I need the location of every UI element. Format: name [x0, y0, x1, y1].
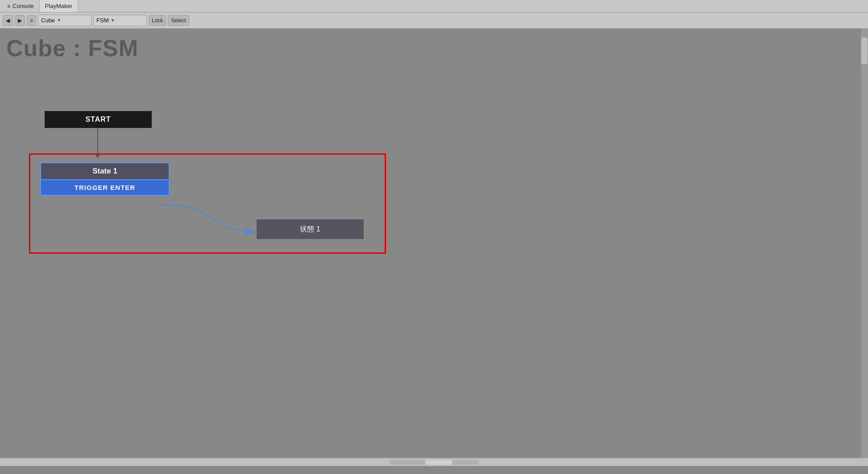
scrollbar-right[interactable]	[861, 29, 868, 466]
fsm-dropdown-arrow: ▼	[110, 18, 115, 23]
bottom-bar	[0, 458, 868, 466]
lock-button[interactable]: Lock	[149, 15, 166, 26]
tab-playmaker[interactable]: PlayMaker	[40, 0, 78, 12]
object-dropdown-label: Cube	[41, 17, 55, 24]
toolbar: ◀ ▶ ≡ Cube ▼ FSM ▼ Lock Select	[0, 12, 868, 29]
console-icon: ≡	[7, 3, 10, 9]
bottom-scrollbar-thumb[interactable]	[425, 460, 452, 465]
fsm-title: Cube : FSM	[6, 35, 138, 62]
back-button[interactable]: ◀	[3, 15, 13, 26]
forward-button[interactable]: ▶	[15, 15, 25, 26]
fsm-dropdown[interactable]: FSM ▼	[93, 15, 147, 26]
state1-transition-label: TRIGGER ENTER	[75, 184, 135, 191]
state1-header: State 1	[40, 162, 170, 180]
tab-bar: ≡ Console PlayMaker	[0, 0, 868, 12]
fsm-dropdown-label: FSM	[96, 17, 108, 24]
select-button[interactable]: Select	[168, 15, 189, 26]
main-canvas: Cube : FSM START State 1 TRIGGER ENTER 状…	[0, 29, 868, 466]
state1-transition[interactable]: TRIGGER ENTER	[40, 180, 170, 196]
start-arrow	[97, 128, 98, 155]
bottom-scrollbar[interactable]	[390, 460, 479, 465]
state1-header-label: State 1	[92, 167, 117, 175]
tab-playmaker-label: PlayMaker	[45, 3, 72, 9]
start-label: START	[85, 115, 111, 124]
tab-console[interactable]: ≡ Console	[2, 0, 40, 12]
scrollbar-thumb-right[interactable]	[861, 37, 868, 64]
object-dropdown-arrow: ▼	[57, 18, 61, 23]
object-dropdown[interactable]: Cube ▼	[38, 15, 91, 26]
state2-label: 状態 1	[300, 225, 320, 234]
state2-node[interactable]: 状態 1	[257, 219, 364, 239]
menu-button[interactable]: ≡	[27, 15, 36, 26]
state1-node[interactable]: State 1 TRIGGER ENTER	[40, 162, 170, 196]
tab-console-label: Console	[12, 3, 34, 9]
start-node[interactable]: START	[45, 111, 152, 128]
